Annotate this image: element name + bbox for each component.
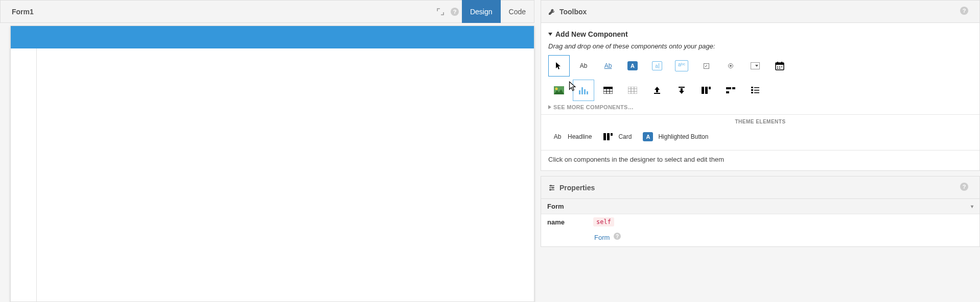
svg-rect-46	[611, 133, 613, 136]
svg-point-8	[777, 66, 778, 67]
properties-header: Properties ?	[541, 176, 980, 199]
component-image[interactable]	[548, 80, 570, 101]
svg-rect-24	[603, 87, 613, 89]
component-xypanel[interactable]	[744, 80, 766, 101]
svg-point-50	[552, 187, 554, 189]
svg-rect-38	[751, 87, 753, 88]
svg-rect-42	[754, 90, 759, 91]
svg-text:?: ?	[963, 184, 966, 190]
component-datepicker[interactable]	[769, 55, 790, 77]
component-radio[interactable]	[720, 55, 741, 77]
property-name-value[interactable]: self	[593, 217, 614, 226]
svg-point-9	[779, 66, 780, 67]
svg-point-11	[777, 68, 778, 69]
svg-rect-33	[705, 87, 708, 94]
svg-rect-18	[587, 91, 588, 94]
component-columnpanel[interactable]	[695, 80, 717, 101]
svg-text:?: ?	[453, 9, 457, 15]
component-textarea[interactable]: abc	[671, 55, 692, 77]
theme-card[interactable]: Card	[599, 129, 635, 145]
svg-rect-43	[754, 92, 759, 93]
sliders-icon	[548, 184, 555, 191]
svg-rect-25	[628, 87, 637, 94]
svg-text:?: ?	[963, 8, 966, 14]
highlighted-button-icon: A	[642, 131, 654, 143]
component-link[interactable]: Ab	[597, 55, 619, 77]
property-name-label: name	[547, 218, 588, 226]
svg-rect-30	[654, 93, 660, 94]
svg-point-48	[550, 185, 552, 187]
svg-rect-5	[776, 63, 784, 65]
component-checkbox[interactable]: ✓	[695, 55, 717, 77]
svg-text:?: ?	[616, 234, 619, 239]
component-row-1: Ab Ab A a abc ✓	[548, 55, 972, 77]
svg-rect-34	[709, 87, 711, 89]
svg-rect-45	[607, 133, 610, 140]
svg-rect-17	[584, 89, 586, 94]
svg-rect-41	[754, 87, 759, 88]
divider	[541, 114, 979, 115]
form-link-help-icon[interactable]: ?	[614, 233, 621, 240]
help-icon[interactable]: ?	[450, 7, 460, 17]
design-tab[interactable]: Design	[462, 0, 501, 23]
toolbox-help-icon[interactable]: ?	[960, 7, 972, 16]
svg-point-10	[781, 66, 782, 67]
svg-point-12	[779, 68, 780, 69]
component-chart[interactable]	[573, 80, 594, 101]
component-download[interactable]	[671, 80, 692, 101]
canvas[interactable]	[36, 48, 534, 301]
toolbox: Toolbox ? Add New Component Drag and dro…	[541, 0, 980, 171]
svg-rect-44	[603, 133, 606, 140]
svg-rect-15	[579, 90, 580, 94]
toolbox-header: Toolbox ?	[541, 0, 980, 23]
view-toggle: Design Code	[462, 0, 534, 23]
component-button[interactable]: A	[622, 55, 643, 77]
properties-title: Properties	[559, 184, 595, 192]
app-bar[interactable]	[11, 26, 534, 48]
svg-rect-7	[781, 62, 782, 64]
svg-rect-32	[702, 87, 704, 94]
component-pointer[interactable]	[548, 55, 570, 77]
right-panel: Toolbox ? Add New Component Drag and dro…	[536, 0, 980, 302]
add-component-section[interactable]: Add New Component	[548, 30, 972, 38]
form-link[interactable]: Form	[594, 234, 610, 241]
theme-highlighted-button[interactable]: A Highlighted Button	[639, 129, 711, 145]
see-more-components[interactable]: SEE MORE COMPONENTS…	[548, 104, 972, 110]
svg-rect-40	[751, 92, 753, 93]
property-form-link-row: Form ?	[541, 230, 979, 246]
property-type-row[interactable]: Form ▾	[541, 199, 979, 214]
svg-rect-36	[732, 87, 735, 89]
properties-panel: Properties ? Form ▾ name self Form ?	[541, 176, 980, 247]
designer-header: Form1 ? Design Code	[0, 0, 534, 23]
component-dropdown[interactable]	[744, 55, 766, 77]
design-surface[interactable]	[10, 26, 534, 302]
svg-rect-39	[751, 89, 753, 91]
component-flowpanel[interactable]	[720, 80, 741, 101]
theme-elements-heading: THEME ELEMENTS	[548, 119, 972, 124]
svg-point-14	[555, 88, 558, 90]
headline-icon: Ab	[551, 131, 564, 143]
component-upload[interactable]	[646, 80, 668, 101]
card-icon	[602, 131, 614, 143]
properties-body: Form ▾ name self Form ?	[541, 199, 980, 247]
property-name-row: name self	[541, 214, 979, 230]
add-component-description: Drag and drop one of these components on…	[548, 42, 972, 50]
svg-point-52	[549, 189, 551, 191]
component-repeatpanel[interactable]	[622, 80, 643, 101]
svg-rect-31	[679, 87, 685, 88]
theme-elements: Ab Headline Card A Highlighted Button	[548, 129, 972, 145]
properties-help-icon[interactable]: ?	[960, 183, 972, 192]
caret-down-icon: ▾	[971, 204, 973, 209]
toolbox-title: Toolbox	[559, 8, 587, 16]
svg-rect-6	[777, 62, 778, 64]
header-actions: ? Design Code	[433, 0, 534, 23]
theme-headline[interactable]: Ab Headline	[548, 129, 595, 145]
component-textbox[interactable]: a	[646, 55, 668, 77]
svg-rect-35	[726, 87, 731, 89]
component-datagrid[interactable]	[597, 80, 619, 101]
wrench-icon	[548, 8, 555, 15]
component-label[interactable]: Ab	[573, 55, 594, 77]
code-tab[interactable]: Code	[501, 0, 534, 23]
toolbox-body: Add New Component Drag and drop one of t…	[541, 23, 980, 171]
expand-icon[interactable]	[435, 7, 446, 17]
